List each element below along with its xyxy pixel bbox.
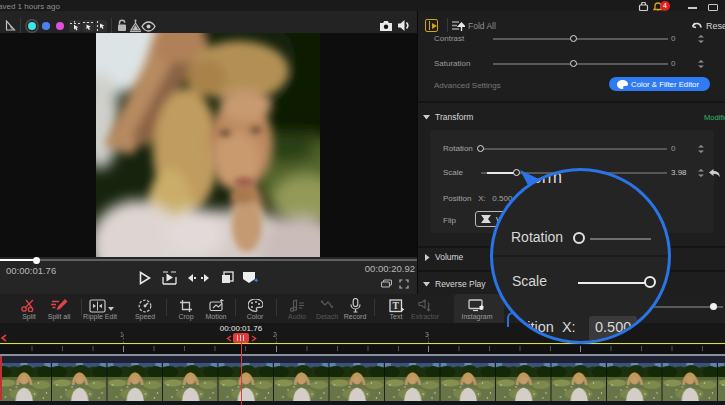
svg-text:♪: ♪: [329, 300, 332, 306]
svg-text:T: T: [392, 301, 399, 311]
